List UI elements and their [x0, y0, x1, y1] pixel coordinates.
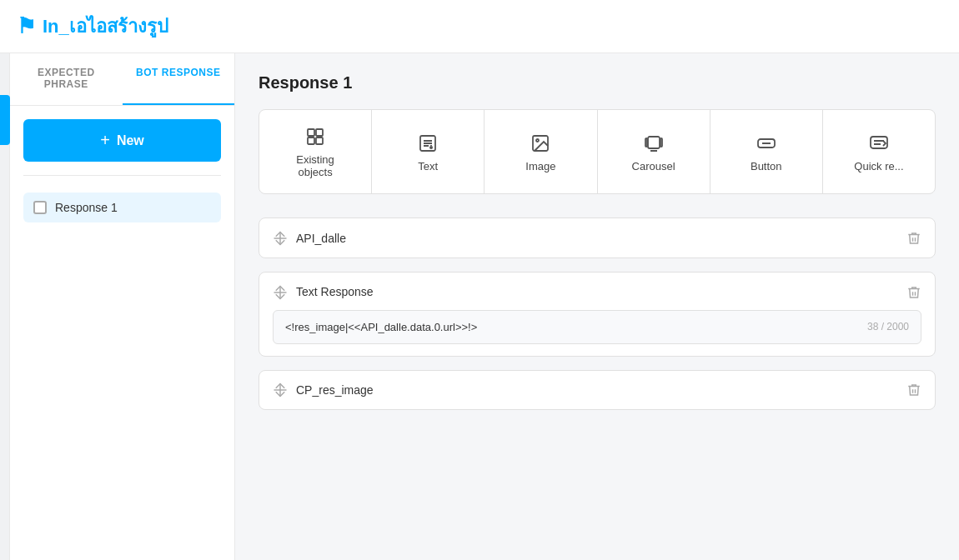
list-item[interactable]: Response 1 — [23, 192, 221, 222]
carousel-icon — [644, 132, 664, 153]
card-quick-reply[interactable]: Quick re... — [823, 110, 935, 193]
right-panel: Response 1 Existing objects — [235, 53, 959, 560]
block-cp-res-image-name: CP_res_image — [296, 383, 374, 397]
sidebar-narrow-tab — [0, 95, 10, 145]
image-icon — [530, 132, 550, 153]
main-layout: EXPECTED PHRASE BOT RESPONSE + New Respo… — [0, 53, 959, 560]
card-button-label: Button — [751, 160, 782, 172]
block-api-dalle-left: API_dalle — [273, 230, 346, 246]
svg-rect-12 — [648, 137, 660, 148]
block-cp-res-image-left: CP_res_image — [273, 382, 374, 398]
left-panel: EXPECTED PHRASE BOT RESPONSE + New Respo… — [10, 53, 235, 560]
move-icon-cp[interactable] — [273, 382, 288, 398]
move-icon-text[interactable] — [273, 284, 288, 300]
response-checkbox[interactable] — [33, 201, 47, 214]
svg-point-8 — [429, 146, 433, 149]
card-text[interactable]: Text — [372, 110, 485, 193]
delete-text-response-button[interactable] — [906, 284, 921, 300]
card-image-label: Image — [525, 160, 555, 172]
svg-rect-3 — [316, 138, 323, 144]
card-carousel-label: Carousel — [632, 160, 675, 172]
button-icon — [756, 132, 776, 153]
response-item-label: Response 1 — [55, 201, 118, 214]
block-cp-res-image: CP_res_image — [259, 370, 936, 411]
page-title: Response 1 — [259, 73, 936, 92]
object-type-bar: Existing objects Text — [259, 109, 936, 194]
tab-bot-response[interactable]: BOT RESPONSE — [123, 53, 235, 105]
text-response-value: <!res_image|<<API_dalle.data.0.url>>!> — [285, 321, 477, 333]
svg-rect-1 — [316, 129, 323, 136]
tab-bar: EXPECTED PHRASE BOT RESPONSE — [10, 53, 234, 106]
header: ⚑ In_เอไอสร้างรูป — [0, 0, 959, 53]
quick-reply-icon — [869, 132, 889, 153]
delete-cp-res-image-button[interactable] — [906, 382, 921, 398]
char-count: 38 / 2000 — [867, 321, 909, 332]
text-response-title-row: Text Response — [273, 284, 374, 300]
card-image[interactable]: Image — [485, 110, 597, 193]
block-text-response: Text Response <!res_image|<<API_dalle.da… — [259, 272, 936, 357]
card-carousel[interactable]: Carousel — [598, 110, 710, 193]
card-quick-reply-label: Quick re... — [854, 160, 903, 172]
divider — [23, 175, 221, 176]
app-logo: ⚑ In_เอไอสร้างรูป — [17, 12, 168, 41]
existing-objects-icon — [305, 125, 325, 147]
move-icon[interactable] — [273, 230, 288, 246]
app-title: In_เอไอสร้างรูป — [43, 12, 168, 41]
flag-icon: ⚑ — [17, 13, 36, 39]
svg-rect-2 — [308, 138, 314, 144]
svg-rect-13 — [645, 138, 647, 147]
plus-icon: + — [100, 131, 110, 150]
sidebar-narrow — [0, 53, 10, 560]
svg-point-11 — [536, 139, 539, 142]
text-response-input[interactable]: <!res_image|<<API_dalle.data.0.url>>!> 3… — [273, 310, 921, 344]
response-list: Response 1 — [10, 186, 234, 229]
card-text-label: Text — [418, 160, 438, 172]
text-response-name: Text Response — [296, 285, 374, 298]
new-button-label: New — [117, 133, 144, 148]
text-icon — [418, 132, 438, 153]
new-button[interactable]: + New — [23, 119, 221, 162]
tab-expected-phrase[interactable]: EXPECTED PHRASE — [10, 53, 123, 105]
text-response-header: Text Response — [273, 284, 921, 300]
card-existing-objects-label: Existing objects — [279, 153, 351, 178]
block-api-dalle-name: API_dalle — [296, 232, 346, 245]
svg-rect-0 — [308, 129, 314, 136]
card-button[interactable]: Button — [710, 110, 823, 193]
block-api-dalle: API_dalle — [259, 218, 936, 258]
card-existing-objects[interactable]: Existing objects — [259, 110, 372, 193]
svg-rect-14 — [660, 138, 662, 147]
delete-api-dalle-button[interactable] — [906, 230, 921, 246]
